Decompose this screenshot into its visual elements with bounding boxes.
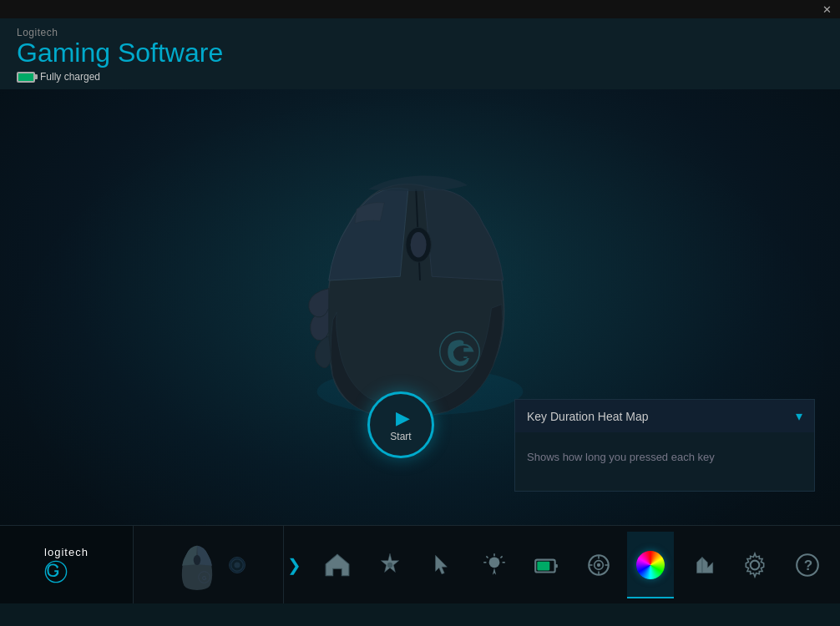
performance-icon — [688, 550, 718, 580]
help-icon: ? — [792, 550, 822, 580]
mouse-svg: G — [245, 106, 595, 423]
svg-point-31 — [751, 560, 760, 569]
dropdown-content: Shows how long you pressed each key — [515, 432, 814, 491]
sidebar-item-settings[interactable] — [731, 532, 778, 598]
dropdown-description: Shows how long you pressed each key — [527, 451, 715, 463]
battery-icon — [17, 72, 35, 83]
sidebar-item-battery[interactable] — [523, 532, 569, 598]
nav-icons: ? — [305, 526, 840, 603]
start-button[interactable]: ▶ Start — [367, 391, 434, 458]
start-label: Start — [390, 431, 411, 442]
sidebar-item-performance[interactable] — [680, 532, 726, 598]
reports-icon — [584, 550, 614, 580]
dropdown-header[interactable]: Key Duration Heat Map ▾ — [515, 400, 814, 432]
svg-point-12 — [234, 562, 240, 568]
svg-point-14 — [387, 562, 392, 567]
svg-rect-23 — [538, 561, 550, 570]
start-button-container: ▶ Start — [367, 391, 434, 458]
sidebar-item-help[interactable]: ? — [784, 532, 831, 598]
sidebar-item-home[interactable] — [314, 532, 361, 598]
home-icon — [322, 550, 352, 580]
logitech-g-logo — [44, 560, 68, 583]
battery-status: Fully charged — [40, 71, 100, 83]
settings-icon — [740, 550, 770, 580]
sidebar-item-customize[interactable] — [367, 532, 413, 598]
svg-line-17 — [486, 556, 488, 558]
battery-row: Fully charged — [17, 71, 823, 83]
app-title: Gaming Software — [17, 38, 823, 68]
sidebar-item-lighting[interactable] — [471, 532, 518, 598]
dropdown-panel: Key Duration Heat Map ▾ Shows how long y… — [514, 399, 815, 492]
svg-point-15 — [488, 557, 499, 568]
brand-area: logitech — [0, 526, 134, 603]
customize-icon — [375, 550, 405, 580]
logo-text: logitech — [44, 546, 89, 558]
device-area[interactable]: G — [134, 526, 284, 603]
device-badge — [229, 557, 245, 573]
play-icon: ▶ — [396, 407, 410, 429]
brand-name: Logitech — [17, 27, 823, 38]
title-bar: ✕ — [0, 0, 840, 18]
bottom-bar: logitech G ❯ — [0, 525, 840, 603]
sidebar-item-heatmap[interactable] — [627, 532, 674, 598]
lighting-icon — [479, 550, 509, 580]
pointer-icon — [427, 550, 457, 580]
svg-line-18 — [500, 556, 502, 558]
mouse-illustration: G — [245, 106, 595, 423]
svg-text:?: ? — [803, 558, 812, 573]
sidebar-item-reports[interactable] — [575, 532, 622, 598]
main-area: G ▶ Start Key Duration Heat Map ▾ — [0, 89, 840, 525]
device-mouse-svg: G — [172, 540, 222, 590]
header: Logitech Gaming Software Fully charged — [0, 18, 840, 89]
dropdown-arrow-icon: ▾ — [796, 408, 802, 424]
dropdown-title: Key Duration Heat Map — [527, 410, 649, 423]
sidebar-item-pointer[interactable] — [418, 532, 465, 598]
close-button[interactable]: ✕ — [819, 3, 835, 16]
battery-nav-icon — [531, 550, 561, 580]
next-device-arrow[interactable]: ❯ — [284, 555, 305, 575]
heatmap-icon — [635, 550, 665, 580]
svg-point-26 — [597, 563, 600, 567]
svg-point-3 — [411, 232, 427, 257]
svg-text:G: G — [202, 575, 206, 581]
svg-point-8 — [193, 555, 200, 565]
svg-rect-22 — [555, 564, 558, 568]
logitech-logo: logitech — [44, 546, 89, 583]
